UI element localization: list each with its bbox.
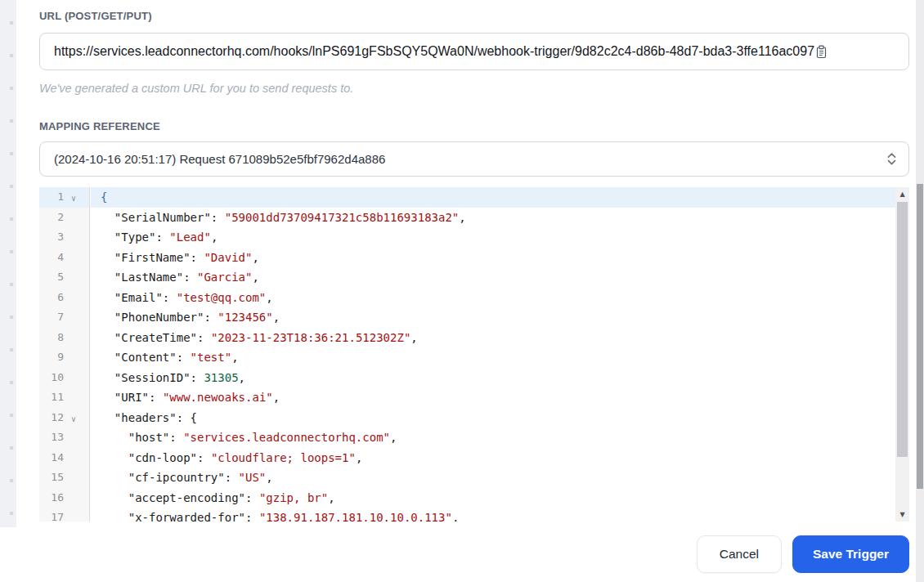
fold-spacer [64, 469, 83, 490]
line-number: 10 [39, 368, 64, 388]
gutter-line: 5 [39, 267, 89, 288]
line-number: 12 [39, 408, 64, 428]
mapping-reference-label: MAPPING REFERENCE [39, 119, 909, 135]
cancel-button[interactable]: Cancel [697, 535, 782, 573]
line-number: 5 [39, 267, 64, 288]
footer-actions: Cancel Save Trigger [39, 535, 909, 573]
code-line[interactable]: "URI": "www.newoaks.ai", [91, 387, 895, 408]
gutter-line: 12∨ [39, 408, 89, 428]
fold-spacer [64, 509, 83, 522]
editor-scrollbar[interactable]: ▲ ▼ [895, 187, 909, 522]
fold-spacer [64, 329, 83, 350]
gutter-line: 10 [39, 368, 89, 388]
gutter-line: 1∨ [39, 187, 89, 208]
up-down-chevron-icon [886, 151, 897, 167]
fold-spacer [64, 450, 83, 470]
scroll-up-icon[interactable]: ▲ [895, 187, 909, 201]
gutter-line: 6 [39, 288, 89, 308]
code-line[interactable]: { [91, 187, 895, 208]
editor-scrollbar-thumb[interactable] [897, 202, 908, 457]
fold-spacer [64, 389, 83, 410]
line-number: 6 [39, 288, 64, 308]
selected-option: (2024-10-16 20:51:17) Request 671089b52e… [54, 152, 385, 166]
gutter-line: 11 [39, 387, 89, 408]
url-value: https://services.leadconnectorhq.com/hoo… [54, 44, 814, 59]
fold-arrow-icon[interactable]: ∨ [64, 410, 83, 430]
fold-arrow-icon[interactable]: ∨ [64, 189, 83, 209]
line-number: 9 [39, 347, 64, 368]
code-line[interactable]: "Content": "test", [91, 347, 895, 368]
json-code-editor[interactable]: 1∨23456789101112∨1314151617 { "SerialNum… [39, 187, 909, 522]
fold-spacer [64, 229, 83, 249]
gutter-line: 16 [39, 488, 89, 508]
code-line[interactable]: "SerialNumber": "59001dd73709417321c58b1… [91, 208, 895, 228]
code-line[interactable]: "FirstName": "David", [91, 248, 895, 268]
fold-spacer [64, 490, 83, 510]
code-line[interactable]: "Type": "Lead", [91, 227, 895, 248]
save-trigger-button[interactable]: Save Trigger [792, 535, 909, 573]
url-label: URL (POST/GET/PUT) [39, 8, 909, 25]
form-content: URL (POST/GET/PUT) https://services.lead… [16, 0, 916, 573]
code-line[interactable]: "PhoneNumber": "123456", [91, 307, 895, 328]
code-line[interactable]: "headers": { [91, 408, 895, 428]
line-number: 15 [39, 468, 64, 488]
code-line[interactable]: "Email": "test@qq.com", [91, 288, 895, 308]
line-number: 4 [39, 248, 64, 268]
line-number: 1 [39, 187, 64, 208]
gutter-line: 4 [39, 248, 89, 268]
line-number: 17 [39, 508, 64, 522]
editor-gutter: 1∨23456789101112∨1314151617 [39, 187, 90, 522]
gutter-line: 3 [39, 227, 89, 248]
code-line[interactable]: "SessionID": 31305, [91, 368, 895, 388]
fold-spacer [64, 269, 83, 289]
line-number: 7 [39, 307, 64, 328]
gutter-line: 17 [39, 508, 89, 522]
code-line[interactable]: "x-forwarded-for": "138.91.187.181,10.10… [91, 508, 895, 522]
url-helper-text: We've generated a custom URL for you to … [39, 81, 909, 96]
clipboard-copy-icon[interactable] [815, 45, 828, 59]
url-input[interactable]: https://services.leadconnectorhq.com/hoo… [39, 33, 909, 70]
editor-lines[interactable]: { "SerialNumber": "59001dd73709417321c58… [91, 187, 895, 522]
line-number: 11 [39, 387, 64, 408]
gutter-line: 13 [39, 428, 89, 448]
gutter-line: 14 [39, 448, 89, 468]
code-line[interactable]: "cf-ipcountry": "US", [91, 468, 895, 488]
fold-spacer [64, 429, 83, 450]
code-line[interactable]: "accept-encoding": "gzip, br", [91, 488, 895, 508]
line-number: 3 [39, 227, 64, 248]
line-number: 14 [39, 448, 64, 468]
left-dots-strip [0, 0, 16, 527]
fold-spacer [64, 369, 83, 390]
gutter-line: 15 [39, 468, 89, 488]
code-line[interactable]: "host": "services.leadconnectorhq.com", [91, 428, 895, 448]
fold-spacer [64, 249, 83, 270]
gutter-line: 8 [39, 328, 89, 348]
mapping-reference-select[interactable]: (2024-10-16 20:51:17) Request 671089b52e… [39, 141, 909, 177]
line-number: 2 [39, 208, 64, 228]
line-number: 13 [39, 428, 64, 448]
fold-spacer [64, 349, 83, 369]
webhook-trigger-panel: URL (POST/GET/PUT) https://services.lead… [0, 0, 924, 582]
code-line[interactable]: "cdn-loop": "cloudflare; loops=1", [91, 448, 895, 468]
gutter-line: 7 [39, 307, 89, 328]
line-number: 16 [39, 488, 64, 508]
page-scrollbar[interactable] [916, 0, 924, 582]
gutter-line: 9 [39, 347, 89, 368]
line-number: 8 [39, 328, 64, 348]
code-line[interactable]: "LastName": "Garcia", [91, 267, 895, 288]
gutter-line: 2 [39, 208, 89, 228]
fold-spacer [64, 309, 83, 329]
fold-spacer [64, 209, 83, 230]
page-scrollbar-thumb[interactable] [917, 184, 923, 489]
scroll-down-icon[interactable]: ▼ [895, 508, 909, 522]
fold-spacer [64, 289, 83, 310]
code-line[interactable]: "CreateTime": "2023-11-23T18:36:21.51230… [91, 328, 895, 348]
